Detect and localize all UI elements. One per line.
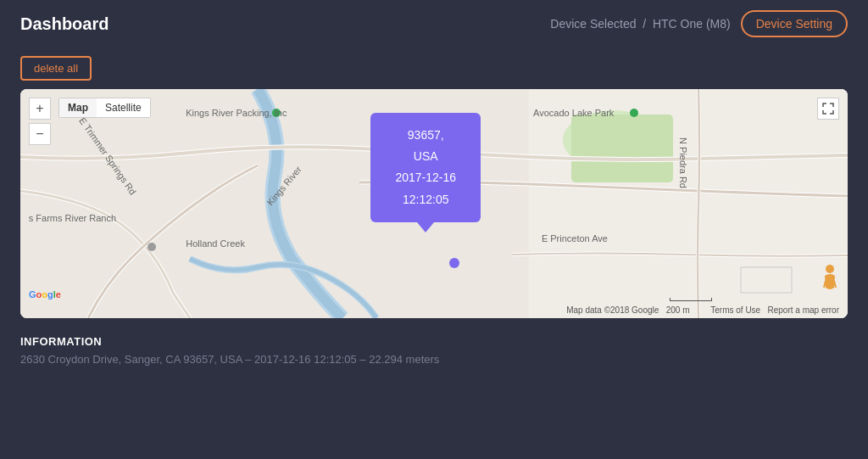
map-type-map-button[interactable]: Map xyxy=(59,98,97,117)
map-attribution: Map data ©2018 Google 200 m Terms of Use… xyxy=(566,305,839,315)
svg-point-6 xyxy=(272,109,281,117)
svg-point-5 xyxy=(449,258,459,268)
popup-country: USA xyxy=(386,146,465,167)
fullscreen-button[interactable] xyxy=(817,98,839,120)
information-section: INFORMATION 2630 Croydon Drive, Sanger, … xyxy=(0,318,868,374)
popup-zip: 93657, xyxy=(386,125,465,146)
map-type-buttons: Map Satellite xyxy=(58,98,151,118)
map-background[interactable]: Map Satellite + − 93657, USA 2017-12-16 … xyxy=(20,89,848,318)
svg-line-10 xyxy=(824,281,826,288)
map-footer: Map data ©2018 Google 200 m Terms of Use… xyxy=(566,305,839,315)
map-popup: 93657, USA 2017-12-16 12:12:05 xyxy=(370,113,481,222)
map-type-satellite-button[interactable]: Satellite xyxy=(97,98,150,117)
pegman-icon[interactable] xyxy=(821,264,839,293)
zoom-out-button[interactable]: − xyxy=(29,123,51,145)
information-title: INFORMATION xyxy=(20,335,848,348)
header: Dashboard Device Selected / HTC One (M8)… xyxy=(0,0,868,48)
svg-line-11 xyxy=(834,281,836,288)
google-logo: Google xyxy=(29,289,61,299)
page-title: Dashboard xyxy=(20,14,108,34)
svg-rect-3 xyxy=(571,115,673,182)
svg-point-7 xyxy=(630,109,638,117)
scale-bar xyxy=(670,298,712,301)
map-container: Map Satellite + − 93657, USA 2017-12-16 … xyxy=(20,89,848,318)
popup-date: 2017-12-16 xyxy=(386,167,465,188)
svg-point-9 xyxy=(826,265,834,273)
zoom-in-button[interactable]: + xyxy=(29,98,51,120)
delete-all-button[interactable]: delete all xyxy=(20,56,92,81)
popup-time: 12:12:05 xyxy=(386,189,465,210)
svg-point-8 xyxy=(147,243,156,251)
device-setting-button[interactable]: Device Setting xyxy=(741,10,848,37)
device-selected-label: Device Selected / HTC One (M8) xyxy=(550,17,730,31)
header-right: Device Selected / HTC One (M8) Device Se… xyxy=(550,10,848,37)
information-text: 2630 Croydon Drive, Sanger, CA 93657, US… xyxy=(20,353,848,366)
toolbar: delete all xyxy=(0,48,868,89)
map-zoom-controls: + − xyxy=(29,98,51,145)
